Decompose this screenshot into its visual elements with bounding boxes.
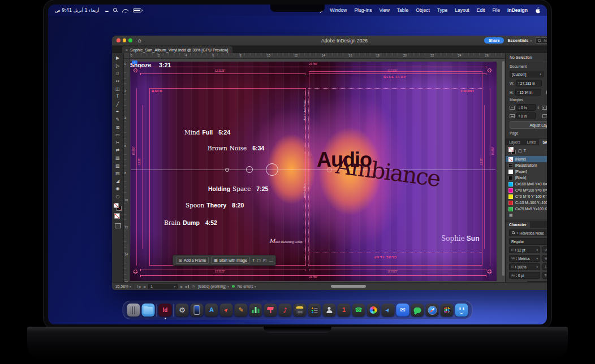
reminders-dock-icon[interactable] — [308, 304, 321, 317]
font-family-select[interactable]: ▾ Helvetica Neue ▾ — [509, 229, 547, 236]
margin-top-field[interactable]: ▴▾0 in — [516, 104, 536, 111]
vertical-scale-field[interactable]: IT ▴▾ 100% ▾ — [509, 263, 540, 270]
share-button[interactable]: Share — [484, 37, 504, 44]
first-page-button[interactable]: ◀ — [137, 285, 140, 288]
preflight-profile[interactable]: [Basic] (working) ▾ — [198, 284, 229, 288]
mail-dock-icon[interactable]: ✉ — [396, 304, 409, 317]
menu-item[interactable]: Table — [397, 7, 408, 13]
swatch-views-icon[interactable]: ▦ — [509, 213, 513, 218]
music-dock-icon[interactable]: ♪ — [279, 304, 292, 317]
green-swatch[interactable]: C=75 M=5 Y=100 K=0 — [506, 206, 547, 212]
link-margins-icon[interactable]: ∞ — [537, 106, 541, 109]
preflight-icon[interactable]: ◷ — [192, 284, 195, 289]
selection-tool[interactable]: ▶ — [113, 54, 123, 62]
type-icon[interactable]: T — [252, 258, 255, 263]
track-item[interactable]: SpoonTheory8:20 — [186, 202, 244, 209]
free-transform-tool[interactable]: ⇄ — [113, 146, 123, 154]
tracking-field[interactable]: WA ▴▾ 0 ▾ — [542, 255, 547, 262]
adobe-stock-search-input[interactable]: Adobe Stock — [535, 37, 547, 44]
content-collector-tool[interactable]: ◫ — [113, 85, 123, 93]
canvas-viewport[interactable]: 1 24.786" 12.31 — [130, 59, 505, 282]
rocket-dock-icon[interactable]: ➤ — [220, 304, 233, 317]
zoom-window-button[interactable] — [128, 38, 132, 42]
type-tool[interactable]: T — [113, 93, 123, 101]
cyan-swatch[interactable]: C=100 M=0 Y=0 K=0 — [506, 181, 547, 187]
leading-field[interactable]: tA ▴▾ (14.4 pt) ▾ — [542, 246, 547, 253]
rectangle-icon[interactable]: ▢ — [257, 258, 261, 263]
vertical-ruler[interactable]: 0246810121416 — [124, 59, 130, 282]
fill-chip[interactable] — [114, 203, 119, 208]
fill-stroke-proxy[interactable] — [508, 147, 516, 154]
ruler-origin[interactable] — [124, 53, 130, 59]
kerning-field[interactable]: VA ▴▾ Metrics ▾ — [509, 255, 540, 262]
track-item[interactable]: MindFull5:24 — [184, 129, 230, 136]
downloads-dock-icon[interactable] — [142, 304, 155, 317]
workspace-switcher[interactable]: Essentials▾ — [507, 38, 532, 43]
battery-icon[interactable] — [133, 8, 141, 12]
gradient-tool[interactable]: ▥ — [113, 154, 123, 162]
messages-dock-icon[interactable] — [411, 304, 424, 317]
menu-clock[interactable]: أربعاء 1 أبريل 9:41 ص — [55, 8, 99, 13]
formatting-affects-icon[interactable]: ▢ — [518, 149, 522, 153]
contacts-dock-icon[interactable] — [323, 304, 336, 317]
close-tab-icon[interactable]: × — [126, 48, 128, 52]
numbers-dock-icon[interactable] — [249, 304, 262, 317]
indesign-dock-icon[interactable]: Id — [159, 304, 172, 317]
baseline-shift-field[interactable]: Aa ▴▾ 0 pt — [509, 272, 540, 279]
tab-layers[interactable]: Layers — [506, 139, 524, 145]
page-tool[interactable]: ▯ — [113, 70, 123, 77]
track-item[interactable]: BrownNoise6:34 — [208, 145, 264, 151]
menu-item[interactable]: Window — [330, 7, 347, 13]
appstore-dock-icon[interactable]: A — [205, 304, 218, 317]
direct-selection-tool[interactable]: ▷ — [113, 62, 123, 70]
menu-item[interactable]: View — [380, 7, 390, 13]
eyedropper-tool[interactable]: ◢ — [113, 177, 123, 185]
pencil-dock-icon[interactable]: ✎ — [235, 304, 248, 317]
scissors-tool[interactable]: ✂ — [113, 139, 123, 147]
wifi-icon[interactable] — [122, 8, 128, 12]
menu-item[interactable]: Type — [437, 7, 447, 13]
horizontal-ruler[interactable]: 02468101214161820222426 — [130, 53, 505, 59]
adjust-layout-button[interactable]: Adjust Layout — [510, 121, 547, 129]
rectangle-tool[interactable]: ▭ — [113, 131, 123, 139]
keynote-dock-icon[interactable] — [264, 304, 277, 317]
calendar-dock-icon[interactable]: 1 — [338, 304, 351, 317]
screen-mode-button[interactable] — [115, 223, 121, 228]
height-field[interactable]: ▴▾ 15.94 in — [515, 89, 541, 96]
artist-name[interactable]: SophieSun — [441, 235, 479, 242]
black-swatch[interactable]: [Black] ✕ — [506, 175, 547, 181]
minimize-window-button[interactable] — [123, 38, 127, 42]
last-page-button[interactable]: ▶ — [186, 285, 189, 288]
horizontal-scrollbar[interactable] — [331, 285, 366, 288]
margin-bottom-field[interactable]: ▴▾0 in — [516, 112, 536, 119]
zoom-tool[interactable]: ○ — [113, 193, 123, 201]
control-center-icon[interactable] — [104, 8, 109, 12]
frame-tool[interactable]: ⊠ — [113, 123, 123, 131]
font-style-select[interactable]: Regular ▾ — [509, 238, 547, 245]
menu-item[interactable]: Object — [416, 7, 430, 13]
none-swatch[interactable]: [None] ✕ — [506, 156, 547, 162]
registration-swatch[interactable]: [Registration] ✕⊕ — [506, 162, 547, 168]
gap-tool[interactable]: ↔ — [113, 77, 123, 85]
zoom-level[interactable]: 35.58% ▾ — [115, 284, 131, 288]
previous-page-button[interactable]: ◀ — [143, 285, 145, 288]
more-options-icon[interactable]: … — [269, 258, 273, 263]
maps-dock-icon[interactable]: ➤ — [382, 304, 395, 317]
launchpad-dock-icon[interactable] — [441, 304, 454, 317]
menu-item[interactable]: Edit — [477, 7, 485, 13]
preflight-status[interactable]: No errors ▾ — [238, 284, 256, 288]
trash-dock-icon[interactable] — [127, 304, 140, 317]
tab-swatches[interactable]: Swatches — [539, 139, 547, 145]
close-window-button[interactable] — [117, 38, 120, 42]
apply-color-chip[interactable] — [114, 213, 121, 220]
phone-dock-icon[interactable]: ☎ — [352, 304, 365, 317]
font-size-field[interactable]: tT ▴▾ 12 pt ▾ — [509, 246, 540, 253]
start-with-image-button[interactable]: ▦ Start with Image — [211, 257, 250, 264]
pencil-tool[interactable]: ✎ — [113, 116, 123, 124]
skew-field[interactable]: T∕ ▴▾ 0° — [542, 272, 547, 279]
record-label-logo[interactable]: Music Recording Group — [269, 238, 303, 244]
menu-item[interactable]: Plug-Ins — [354, 7, 372, 13]
home-icon[interactable]: ⌂ — [138, 37, 141, 44]
paper-swatch[interactable]: [Paper] — [506, 168, 547, 175]
finder-dock-icon[interactable] — [455, 304, 468, 317]
